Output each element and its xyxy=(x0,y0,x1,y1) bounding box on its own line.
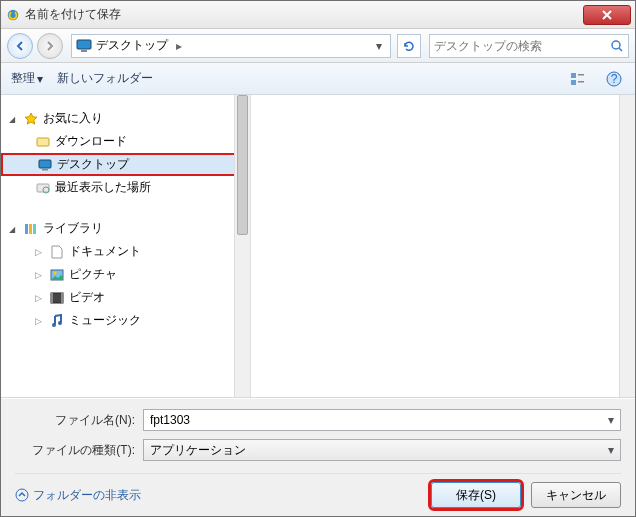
search-input[interactable] xyxy=(434,39,610,53)
svg-rect-10 xyxy=(37,138,49,146)
desktop-icon xyxy=(76,38,92,54)
tree-label: ダウンロード xyxy=(55,133,127,150)
hide-folders-label: フォルダーの非表示 xyxy=(33,487,141,504)
forward-button[interactable] xyxy=(37,33,63,59)
filetype-row: ファイルの種類(T): アプリケーション ▾ xyxy=(15,439,621,461)
music-icon xyxy=(49,313,65,329)
filename-input[interactable]: fpt1303 ▾ xyxy=(143,409,621,431)
tree-label: デスクトップ xyxy=(57,156,129,173)
filetype-label: ファイルの種類(T): xyxy=(15,442,135,459)
tree-label: ピクチャ xyxy=(69,266,117,283)
filetype-select[interactable]: アプリケーション ▾ xyxy=(143,439,621,461)
toolbar: 整理 ▾ 新しいフォルダー ? xyxy=(1,63,635,95)
chevron-down-icon: ▾ xyxy=(608,443,614,457)
filetype-value: アプリケーション xyxy=(150,442,246,459)
new-folder-button[interactable]: 新しいフォルダー xyxy=(57,70,153,87)
chevron-right-icon[interactable]: ▸ xyxy=(172,39,186,53)
file-list[interactable] xyxy=(251,95,635,397)
tree-item-desktop[interactable]: デスクトップ xyxy=(1,153,251,176)
svg-rect-12 xyxy=(42,169,48,171)
tree-item-videos[interactable]: ビデオ xyxy=(1,286,250,309)
tree-item-downloads[interactable]: ダウンロード xyxy=(1,130,250,153)
breadcrumb[interactable]: デスクトップ ▸ ▾ xyxy=(71,34,391,58)
filename-label: ファイル名(N): xyxy=(15,412,135,429)
filename-row: ファイル名(N): fpt1303 ▾ xyxy=(15,409,621,431)
tree-scrollbar[interactable] xyxy=(234,95,250,397)
caret-icon xyxy=(9,224,19,234)
svg-rect-15 xyxy=(25,224,28,234)
chevron-down-icon[interactable]: ▾ xyxy=(608,413,614,427)
tree-label: お気に入り xyxy=(43,110,103,127)
chevron-down-icon: ▾ xyxy=(37,72,43,86)
svg-rect-16 xyxy=(29,224,32,234)
nav-tree: お気に入り ダウンロード デスクトップ 最近表示した場所 ライブ xyxy=(1,95,251,397)
svg-rect-2 xyxy=(81,50,87,52)
tree-group-libraries[interactable]: ライブラリ xyxy=(1,217,250,240)
tree-item-music[interactable]: ミュージック xyxy=(1,309,250,332)
svg-point-24 xyxy=(58,321,62,325)
desktop-icon xyxy=(37,157,53,173)
save-button[interactable]: 保存(S) xyxy=(431,482,521,508)
cancel-button[interactable]: キャンセル xyxy=(531,482,621,508)
breadcrumb-dropdown[interactable]: ▾ xyxy=(372,39,386,53)
svg-rect-4 xyxy=(571,73,576,78)
caret-icon xyxy=(35,316,45,326)
picture-icon xyxy=(49,267,65,283)
tree-label: 最近表示した場所 xyxy=(55,179,151,196)
search-icon xyxy=(610,39,624,53)
view-options-button[interactable] xyxy=(567,68,589,90)
hide-folders-link[interactable]: フォルダーの非表示 xyxy=(15,487,141,504)
titlebar: 名前を付けて保存 xyxy=(1,1,635,29)
svg-rect-21 xyxy=(51,293,53,303)
chevron-up-icon xyxy=(15,488,29,502)
svg-point-25 xyxy=(16,489,28,501)
tree-item-recent[interactable]: 最近表示した場所 xyxy=(1,176,250,199)
svg-rect-22 xyxy=(61,293,63,303)
body: お気に入り ダウンロード デスクトップ 最近表示した場所 ライブ xyxy=(1,95,635,398)
back-button[interactable] xyxy=(7,33,33,59)
svg-rect-7 xyxy=(578,81,584,83)
organize-menu[interactable]: 整理 ▾ xyxy=(11,70,43,87)
svg-point-23 xyxy=(52,323,56,327)
caret-icon xyxy=(9,114,19,124)
svg-rect-11 xyxy=(39,160,51,168)
svg-rect-17 xyxy=(33,224,36,234)
caret-icon xyxy=(35,293,45,303)
filename-value: fpt1303 xyxy=(150,413,608,427)
document-icon xyxy=(49,244,65,260)
nav-row: デスクトップ ▸ ▾ xyxy=(1,29,635,63)
search-box[interactable] xyxy=(429,34,629,58)
tree-label: ドキュメント xyxy=(69,243,141,260)
tree-label: ライブラリ xyxy=(43,220,103,237)
caret-icon xyxy=(35,247,45,257)
tree-item-pictures[interactable]: ピクチャ xyxy=(1,263,250,286)
recent-icon xyxy=(35,180,51,196)
svg-point-19 xyxy=(54,271,57,274)
window-title: 名前を付けて保存 xyxy=(25,6,583,23)
svg-rect-6 xyxy=(578,74,584,76)
svg-text:?: ? xyxy=(611,72,618,86)
save-as-dialog: 名前を付けて保存 デスクトップ ▸ ▾ xyxy=(0,0,636,517)
star-icon xyxy=(23,111,39,127)
help-button[interactable]: ? xyxy=(603,68,625,90)
actions-row: フォルダーの非表示 保存(S) キャンセル xyxy=(15,473,621,508)
svg-rect-1 xyxy=(77,40,91,49)
tree-item-documents[interactable]: ドキュメント xyxy=(1,240,250,263)
svg-point-3 xyxy=(612,41,620,49)
app-icon xyxy=(5,7,21,23)
close-button[interactable] xyxy=(583,5,631,25)
tree-label: ミュージック xyxy=(69,312,141,329)
video-icon xyxy=(49,290,65,306)
refresh-button[interactable] xyxy=(397,34,421,58)
bottom-panel: ファイル名(N): fpt1303 ▾ ファイルの種類(T): アプリケーション… xyxy=(1,398,635,516)
svg-rect-5 xyxy=(571,80,576,85)
tree-label: ビデオ xyxy=(69,289,105,306)
tree-group-favorites[interactable]: お気に入り xyxy=(1,107,250,130)
content-scrollbar[interactable] xyxy=(619,95,635,397)
library-icon xyxy=(23,221,39,237)
breadcrumb-location: デスクトップ xyxy=(96,37,168,54)
download-icon xyxy=(35,134,51,150)
caret-icon xyxy=(35,270,45,280)
